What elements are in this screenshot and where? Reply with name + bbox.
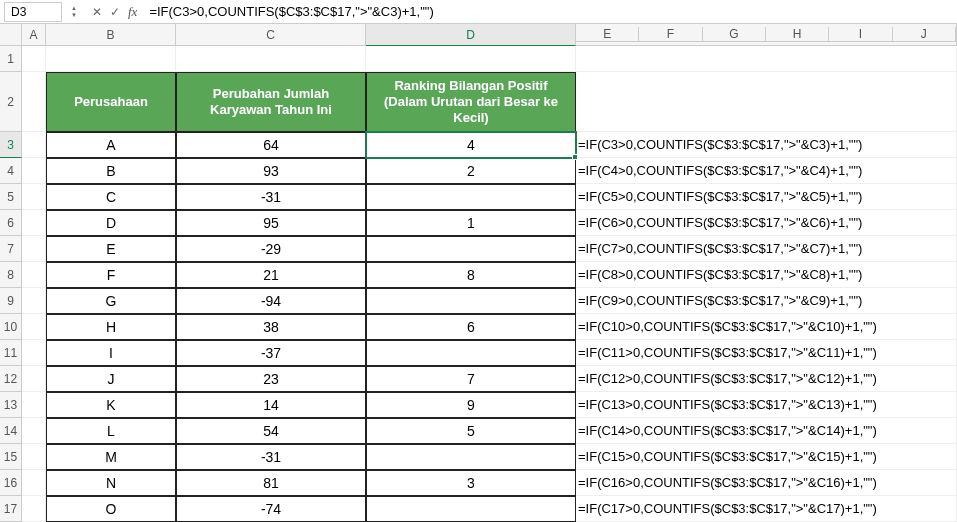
name-box[interactable]: D3 [4,2,62,22]
col-head-I[interactable]: I [829,27,892,42]
cell-change-A[interactable]: 64 [176,132,366,158]
select-all-corner[interactable] [0,24,22,46]
cell-company-L[interactable]: L [46,418,176,444]
cell-change-D[interactable]: 95 [176,210,366,236]
row-head-13[interactable]: 13 [0,392,22,418]
cell-change-O[interactable]: -74 [176,496,366,522]
col-head-E[interactable]: E [576,27,639,42]
cell-A8[interactable] [22,262,46,288]
cell-A13[interactable] [22,392,46,418]
cell-rank-A[interactable]: 4 [366,132,576,158]
cell-A11[interactable] [22,340,46,366]
row-head-16[interactable]: 16 [0,470,22,496]
cell-rank-F[interactable]: 8 [366,262,576,288]
cell-change-M[interactable]: -31 [176,444,366,470]
cell-formula-text-16[interactable]: =IF(C16>0,COUNTIFS($C$3:$C$17,">"&C16)+1… [576,470,957,496]
cell-rank-N[interactable]: 3 [366,470,576,496]
cell-rank-C[interactable] [366,184,576,210]
cell-formula-text-9[interactable]: =IF(C9>0,COUNTIFS($C$3:$C$17,">"&C9)+1,"… [576,288,957,314]
cell-formula-text-14[interactable]: =IF(C14>0,COUNTIFS($C$3:$C$17,">"&C14)+1… [576,418,957,444]
cell-E2[interactable] [576,72,957,132]
row-head-17[interactable]: 17 [0,496,22,522]
cell-formula-text-11[interactable]: =IF(C11>0,COUNTIFS($C$3:$C$17,">"&C11)+1… [576,340,957,366]
cell-A5[interactable] [22,184,46,210]
header-change[interactable]: Perubahan Jumlah Karyawan Tahun Ini [176,72,366,132]
cell-rank-D[interactable]: 1 [366,210,576,236]
cell-rank-B[interactable]: 2 [366,158,576,184]
row-head-10[interactable]: 10 [0,314,22,340]
col-head-D[interactable]: D [366,24,576,46]
cell-A9[interactable] [22,288,46,314]
cell-change-F[interactable]: 21 [176,262,366,288]
cell-rank-H[interactable]: 6 [366,314,576,340]
row-head-4[interactable]: 4 [0,158,22,184]
cell-company-K[interactable]: K [46,392,176,418]
cell-change-K[interactable]: 14 [176,392,366,418]
cell-formula-text-4[interactable]: =IF(C4>0,COUNTIFS($C$3:$C$17,">"&C4)+1,"… [576,158,957,184]
cell-formula-text-15[interactable]: =IF(C15>0,COUNTIFS($C$3:$C$17,">"&C15)+1… [576,444,957,470]
formula-input[interactable] [143,2,953,22]
cell-company-E[interactable]: E [46,236,176,262]
cell-A6[interactable] [22,210,46,236]
cancel-icon[interactable]: ✕ [92,5,102,19]
row-head-3[interactable]: 3 [0,132,22,158]
fill-handle[interactable] [572,154,578,160]
cell-company-A[interactable]: A [46,132,176,158]
header-company[interactable]: Perusahaan [46,72,176,132]
col-head-F[interactable]: F [639,27,702,42]
col-head-G[interactable]: G [703,27,766,42]
cell-rank-M[interactable] [366,444,576,470]
cell-rank-E[interactable] [366,236,576,262]
header-rank[interactable]: Ranking Bilangan Positif (Dalam Urutan d… [366,72,576,132]
cell-company-B[interactable]: B [46,158,176,184]
cell-change-L[interactable]: 54 [176,418,366,444]
row-head-7[interactable]: 7 [0,236,22,262]
cell-rank-I[interactable] [366,340,576,366]
cell-A7[interactable] [22,236,46,262]
cell-D1[interactable] [366,46,576,72]
cell-A16[interactable] [22,470,46,496]
cell-formula-text-5[interactable]: =IF(C5>0,COUNTIFS($C$3:$C$17,">"&C5)+1,"… [576,184,957,210]
cell-company-D[interactable]: D [46,210,176,236]
stepper-up-icon[interactable]: ▲ [68,5,80,12]
cell-change-H[interactable]: 38 [176,314,366,340]
cell-formula-text-6[interactable]: =IF(C6>0,COUNTIFS($C$3:$C$17,">"&C6)+1,"… [576,210,957,236]
cell-company-I[interactable]: I [46,340,176,366]
cell-rank-J[interactable]: 7 [366,366,576,392]
cell-formula-text-17[interactable]: =IF(C17>0,COUNTIFS($C$3:$C$17,">"&C17)+1… [576,496,957,522]
stepper-down-icon[interactable]: ▼ [68,12,80,19]
cell-A14[interactable] [22,418,46,444]
cell-A4[interactable] [22,158,46,184]
cell-change-E[interactable]: -29 [176,236,366,262]
cell-rank-O[interactable] [366,496,576,522]
cell-formula-text-8[interactable]: =IF(C8>0,COUNTIFS($C$3:$C$17,">"&C8)+1,"… [576,262,957,288]
row-head-2[interactable]: 2 [0,72,22,132]
cell-company-H[interactable]: H [46,314,176,340]
row-head-6[interactable]: 6 [0,210,22,236]
cell-rank-L[interactable]: 5 [366,418,576,444]
row-head-11[interactable]: 11 [0,340,22,366]
row-head-8[interactable]: 8 [0,262,22,288]
cell-company-J[interactable]: J [46,366,176,392]
cell-E1[interactable] [576,46,957,72]
cell-change-B[interactable]: 93 [176,158,366,184]
cell-A17[interactable] [22,496,46,522]
cell-A3[interactable] [22,132,46,158]
cell-rank-G[interactable] [366,288,576,314]
cell-formula-text-10[interactable]: =IF(C10>0,COUNTIFS($C$3:$C$17,">"&C10)+1… [576,314,957,340]
cell-change-J[interactable]: 23 [176,366,366,392]
cell-A2[interactable] [22,72,46,132]
cell-company-F[interactable]: F [46,262,176,288]
cell-formula-text-13[interactable]: =IF(C13>0,COUNTIFS($C$3:$C$17,">"&C13)+1… [576,392,957,418]
row-head-1[interactable]: 1 [0,46,22,72]
cell-A10[interactable] [22,314,46,340]
cell-company-C[interactable]: C [46,184,176,210]
cell-change-I[interactable]: -37 [176,340,366,366]
cell-change-C[interactable]: -31 [176,184,366,210]
cell-company-N[interactable]: N [46,470,176,496]
row-head-9[interactable]: 9 [0,288,22,314]
col-head-J[interactable]: J [893,27,956,42]
cell-company-G[interactable]: G [46,288,176,314]
row-head-5[interactable]: 5 [0,184,22,210]
fx-icon[interactable]: fx [128,4,137,20]
